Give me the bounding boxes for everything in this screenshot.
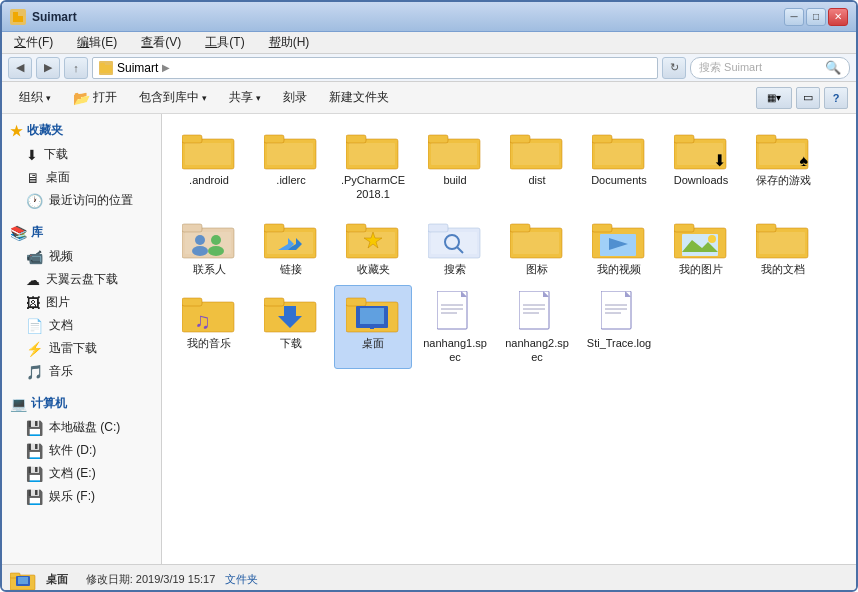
maximize-button[interactable]: □ [806, 8, 826, 26]
menu-view[interactable]: 查看(V) [137, 32, 185, 53]
file-item-dl[interactable]: 下载 [252, 285, 330, 370]
sidebar-item-thunder[interactable]: ⚡ 迅雷下载 [2, 337, 161, 360]
file-label: Documents [591, 173, 647, 187]
d-drive-icon: 💾 [26, 443, 43, 459]
burn-button[interactable]: 刻录 [274, 85, 316, 111]
sidebar-item-documents[interactable]: 📄 文档 [2, 314, 161, 337]
menu-file[interactable]: 文件(F) [10, 32, 57, 53]
file-item-nanhang2[interactable]: nanhang2.spec [498, 285, 576, 370]
search-bar[interactable]: 搜索 Suimart 🔍 [690, 57, 850, 79]
sidebar-computer-header[interactable]: 💻 计算机 [2, 391, 161, 416]
svg-rect-51 [510, 224, 530, 232]
menu-edit[interactable]: 编辑(E) [73, 32, 121, 53]
sidebar-item-recent[interactable]: 🕐 最近访问的位置 [2, 189, 161, 212]
file-item-icons[interactable]: 图标 [498, 211, 576, 281]
help-button[interactable]: ? [824, 87, 848, 109]
close-button[interactable]: ✕ [828, 8, 848, 26]
file-label: .PyCharmCE2018.1 [339, 173, 407, 202]
minimize-button[interactable]: ─ [784, 8, 804, 26]
sidebar-favorites-header[interactable]: ★ 收藏夹 [2, 118, 161, 143]
sidebar-item-music[interactable]: 🎵 音乐 [2, 360, 161, 383]
download-icon: ⬇ [26, 147, 38, 163]
back-button[interactable]: ◀ [8, 57, 32, 79]
svg-rect-6 [182, 135, 202, 143]
file-label: nanhang2.spec [503, 336, 571, 365]
sidebar-item-d-drive[interactable]: 💾 软件 (D:) [2, 439, 161, 462]
open-icon: 📂 [73, 90, 90, 106]
file-item-contacts[interactable]: 联系人 [170, 211, 248, 281]
folder-icon-documents [592, 127, 646, 171]
sidebar-item-c-drive[interactable]: 💾 本地磁盘 (C:) [2, 416, 161, 439]
window-icon [10, 9, 26, 25]
sidebar-item-video[interactable]: 📹 视频 [2, 245, 161, 268]
sidebar-item-f-drive[interactable]: 💾 娱乐 (F:) [2, 485, 161, 508]
folder-icon-my-music: ♫ [182, 290, 236, 334]
folder-icon-dl [264, 290, 318, 334]
video-icon: 📹 [26, 249, 43, 265]
folder-icon-desktop [346, 290, 400, 334]
forward-button[interactable]: ▶ [36, 57, 60, 79]
include-chevron: ▾ [202, 93, 207, 103]
sidebar-library-header[interactable]: 📚 库 [2, 220, 161, 245]
svg-point-35 [208, 246, 224, 256]
sidebar-item-desktop[interactable]: 🖥 桌面 [2, 166, 161, 189]
sidebar-item-cloud[interactable]: ☁ 天翼云盘下载 [2, 268, 161, 291]
svg-rect-31 [185, 232, 231, 254]
up-button[interactable]: ↑ [64, 57, 88, 79]
svg-point-32 [195, 235, 205, 245]
file-item-sti-trace[interactable]: Sti_Trace.log [580, 285, 658, 370]
include-label: 包含到库中 [139, 89, 199, 106]
file-label: 桌面 [362, 336, 384, 350]
computer-label: 计算机 [31, 395, 67, 412]
svg-rect-75 [370, 326, 374, 329]
new-folder-button[interactable]: 新建文件夹 [320, 85, 398, 111]
file-item-documents[interactable]: Documents [580, 122, 658, 207]
organize-button[interactable]: 组织 ▾ [10, 85, 60, 111]
share-button[interactable]: 共享 ▾ [220, 85, 270, 111]
svg-rect-2 [13, 12, 18, 16]
file-item-my-documents[interactable]: 我的文档 [744, 211, 822, 281]
toolbar-right: ▦▾ ▭ ? [756, 87, 848, 109]
include-library-button[interactable]: 包含到库中 ▾ [130, 85, 216, 111]
file-item-android[interactable]: .android [170, 122, 248, 207]
search-icon[interactable]: 🔍 [825, 60, 841, 75]
file-item-saved-games[interactable]: ♠ 保存的游戏 [744, 122, 822, 207]
sidebar-item-e-drive[interactable]: 💾 文档 (E:) [2, 462, 161, 485]
refresh-button[interactable]: ↻ [662, 57, 686, 79]
sidebar-item-pictures[interactable]: 🖼 图片 [2, 291, 161, 314]
file-label: 下载 [280, 336, 302, 350]
file-item-links[interactable]: 链接 [252, 211, 330, 281]
desktop-icon: 🖥 [26, 170, 40, 186]
svg-rect-46 [428, 224, 448, 232]
svg-rect-1 [13, 16, 23, 22]
file-item-my-pictures[interactable]: 我的图片 [662, 211, 740, 281]
view-toggle-button[interactable]: ▦▾ [756, 87, 792, 109]
file-item-nanhang1[interactable]: nanhang1.spec [416, 285, 494, 370]
file-item-downloads[interactable]: ⬇ Downloads [662, 122, 740, 207]
svg-rect-54 [592, 224, 612, 232]
menu-tools[interactable]: 工具(T) [201, 32, 248, 53]
folder-icon-my-documents [756, 216, 810, 260]
file-item-desktop[interactable]: 桌面 [334, 285, 412, 370]
documents-icon: 📄 [26, 318, 43, 334]
folder-icon-android [182, 127, 236, 171]
file-item-my-music[interactable]: ♫ 我的音乐 [170, 285, 248, 370]
open-button[interactable]: 📂 打开 [64, 85, 126, 111]
svg-rect-52 [513, 232, 559, 254]
sidebar-item-download[interactable]: ⬇ 下载 [2, 143, 161, 166]
file-label: nanhang1.spec [421, 336, 489, 365]
file-item-favorites[interactable]: 收藏夹 [334, 211, 412, 281]
file-item-build[interactable]: build [416, 122, 494, 207]
details-pane-button[interactable]: ▭ [796, 87, 820, 109]
menu-help[interactable]: 帮助(H) [265, 32, 314, 53]
address-breadcrumb[interactable]: Suimart ▶ [92, 57, 658, 79]
folder-icon-search [428, 216, 482, 260]
file-item-pycharm[interactable]: .PyCharmCE2018.1 [334, 122, 412, 207]
file-item-idlerc[interactable]: .idlerc [252, 122, 330, 207]
file-label: dist [528, 173, 545, 187]
file-item-dist[interactable]: dist [498, 122, 576, 207]
file-item-search[interactable]: 搜索 [416, 211, 494, 281]
file-label: 我的音乐 [187, 336, 231, 350]
file-item-my-videos[interactable]: 我的视频 [580, 211, 658, 281]
svg-point-33 [192, 246, 208, 256]
